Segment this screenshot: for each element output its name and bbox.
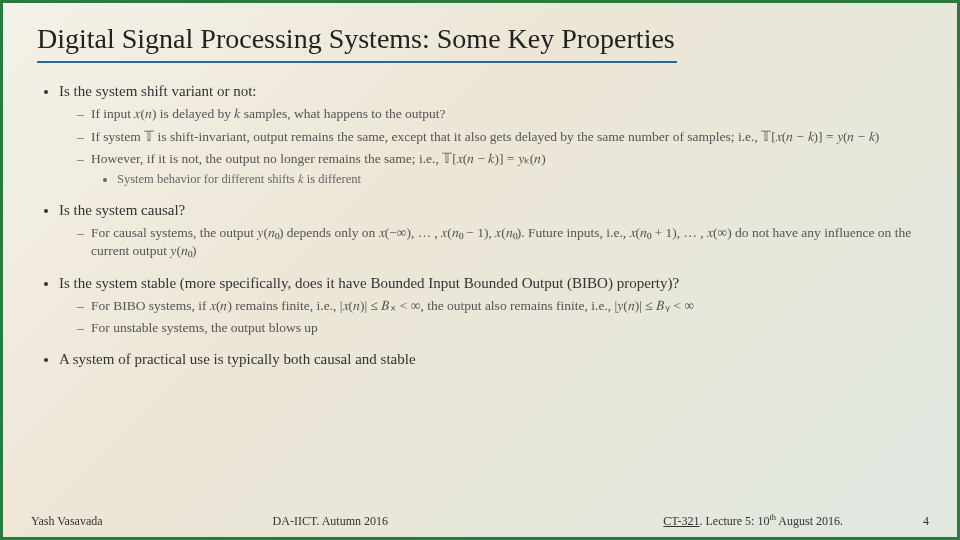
slide: Digital Signal Processing Systems: Some … [0,0,960,540]
sub-item: However, if it is not, the output no lon… [77,150,923,188]
sub-list: For BIBO systems, if 𝑥(𝑛) remains finite… [59,297,923,337]
sub-item-text: However, if it is not, the output no lon… [91,151,546,166]
slide-footer: Yash Vasavada DA-IICT. Autumn 2016 CT-32… [3,513,957,529]
footer-page-number: 4 [923,514,929,529]
footer-course: CT-321 [663,514,699,528]
bullet-text: Is the system causal? [59,202,185,218]
footer-lecture: CT-321. Lecture 5: 10th August 2016. [663,513,843,529]
sub-sub-item: System behavior for different shifts 𝑘 i… [117,171,923,188]
sub-item: For causal systems, the output 𝑦(𝑛₀) dep… [77,224,923,260]
sub-item: For BIBO systems, if 𝑥(𝑛) remains finite… [77,297,923,315]
bullet-text: Is the system stable (more specifically,… [59,275,679,291]
slide-title: Digital Signal Processing Systems: Some … [37,23,677,63]
bullet-text: Is the system shift variant or not: [59,83,256,99]
footer-author: Yash Vasavada [31,514,103,529]
bullet-list: Is the system shift variant or not: If i… [37,81,923,369]
bullet-shift-variant: Is the system shift variant or not: If i… [59,81,923,188]
sub-list: If input 𝑥(𝑛) is delayed by 𝑘 samples, w… [59,105,923,188]
bullet-practical: A system of practical use is typically b… [59,349,923,369]
sub-sub-list: System behavior for different shifts 𝑘 i… [91,171,923,188]
sub-list: For causal systems, the output 𝑦(𝑛₀) dep… [59,224,923,260]
bullet-stable: Is the system stable (more specifically,… [59,273,923,338]
bullet-causal: Is the system causal? For causal systems… [59,200,923,261]
footer-institution: DA-IICT. Autumn 2016 [273,514,388,529]
bullet-text: A system of practical use is typically b… [59,351,416,367]
sub-item: If input 𝑥(𝑛) is delayed by 𝑘 samples, w… [77,105,923,123]
slide-content: Is the system shift variant or not: If i… [37,81,923,369]
sub-item: If system 𝕋 is shift-invariant, output r… [77,128,923,146]
footer-lecture-suffix: August 2016. [776,514,843,528]
sub-item: For unstable systems, the output blows u… [77,319,923,337]
footer-lecture-prefix: . Lecture 5: 10 [699,514,769,528]
